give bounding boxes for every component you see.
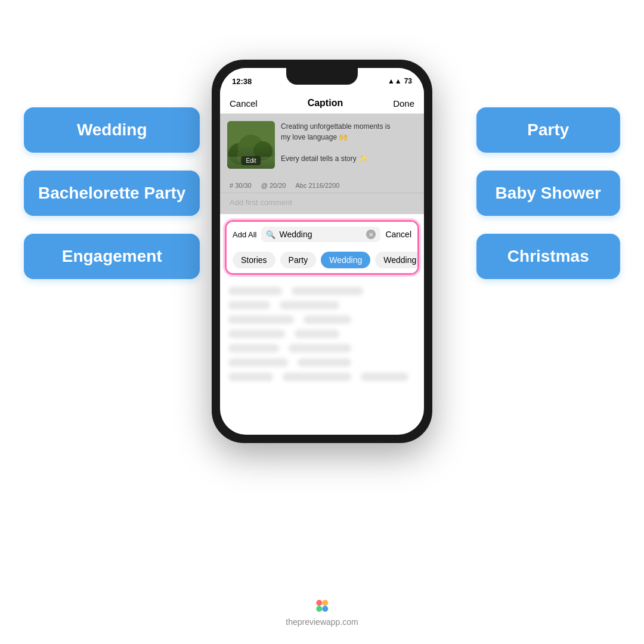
post-caption: Creating unforgettable moments is my lov…	[281, 121, 390, 172]
hashtag-chips-row: Stories Party Wedding Wedding Cake	[227, 247, 417, 273]
comment-input[interactable]: Add first comment	[220, 193, 424, 214]
battery-icon: 73	[404, 77, 412, 85]
mention-count: @ 20/20	[261, 182, 286, 189]
left-badge-group: Wedding Bachelorette Party Engagement	[24, 107, 200, 279]
edit-button[interactable]: Edit	[241, 156, 261, 165]
badge-baby-shower[interactable]: Baby Shower	[476, 171, 620, 216]
badge-christmas[interactable]: Christmas	[476, 234, 620, 279]
hashtag-search-row: Add All 🔍 Wedding ✕ Cancel	[227, 222, 417, 247]
footer: thepreviewapp.com	[286, 597, 358, 627]
badge-engagement[interactable]: Engagement	[24, 234, 200, 279]
add-all-button[interactable]: Add All	[233, 230, 256, 239]
logo-icon	[314, 597, 330, 614]
svg-point-8	[316, 606, 322, 612]
chip-party[interactable]: Party	[280, 252, 317, 268]
post-preview: Edit Creating unforgettable moments is m…	[220, 114, 424, 179]
chip-wedding[interactable]: Wedding	[321, 252, 370, 268]
search-wrapper: 🔍 Wedding ✕	[261, 227, 380, 242]
search-icon: 🔍	[266, 230, 275, 239]
svg-point-6	[316, 600, 322, 606]
post-thumbnail: Edit	[227, 121, 275, 169]
done-button[interactable]: Done	[393, 98, 414, 109]
clear-search-button[interactable]: ✕	[366, 230, 376, 239]
status-bar: 12:38 ▲▲ 73	[220, 68, 424, 94]
caption-header: Cancel Caption Done	[220, 94, 424, 114]
hashtag-count: # 30/30	[230, 182, 252, 189]
hashtag-cancel-button[interactable]: Cancel	[385, 230, 411, 239]
badge-bachelorette-party[interactable]: Bachelorette Party	[24, 171, 200, 216]
app-logo	[286, 597, 358, 614]
badge-party[interactable]: Party	[476, 107, 620, 153]
char-count: Abc 2116/2200	[295, 182, 339, 189]
hashtag-results-list	[220, 281, 424, 435]
status-icons: ▲▲ 73	[388, 77, 412, 85]
wifi-icon: ▲▲	[388, 77, 402, 85]
notch	[286, 68, 358, 85]
svg-point-9	[322, 606, 328, 612]
cancel-button[interactable]: Cancel	[230, 98, 258, 109]
stats-row: # 30/30 @ 20/20 Abc 2116/2200	[220, 179, 424, 193]
search-input-value[interactable]: Wedding	[279, 230, 363, 239]
phone-mockup: 12:38 ▲▲ 73 Cancel Caption Done	[212, 60, 432, 443]
chip-wedding-cake[interactable]: Wedding Cake	[375, 252, 417, 268]
footer-url: thepreviewapp.com	[286, 617, 358, 627]
right-badge-group: Party Baby Shower Christmas	[476, 107, 620, 279]
svg-point-7	[322, 600, 328, 606]
chip-stories[interactable]: Stories	[233, 252, 275, 268]
hashtag-section: Add All 🔍 Wedding ✕ Cancel Stories Party	[225, 220, 419, 275]
status-time: 12:38	[232, 77, 252, 86]
badge-wedding[interactable]: Wedding	[24, 107, 200, 153]
caption-title: Caption	[308, 98, 343, 109]
